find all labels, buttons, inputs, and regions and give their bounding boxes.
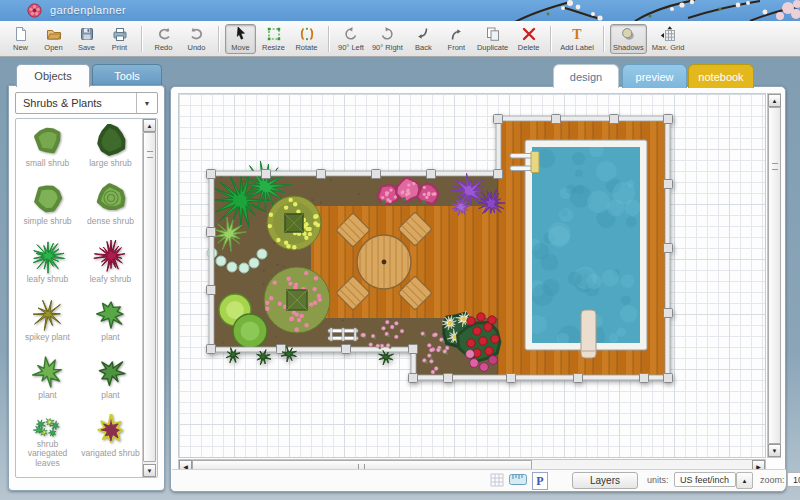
toolbar-separator — [328, 26, 329, 52]
toolbar-button-label: Move — [231, 43, 249, 52]
plant-item-plant[interactable]: plant — [79, 353, 142, 411]
delete-icon — [521, 26, 537, 42]
units-value: US feet/inch — [680, 475, 729, 485]
label-icon: T — [569, 26, 585, 42]
front-icon — [448, 26, 464, 42]
units-dropdown-arrow-icon[interactable]: ▲ — [736, 472, 753, 489]
plant-item-plant[interactable]: plant — [79, 295, 142, 353]
toolbar-button-front[interactable]: Front — [441, 24, 472, 54]
tab-preview[interactable]: preview — [622, 64, 687, 88]
toolbar-button-print[interactable]: Print — [104, 24, 135, 54]
burst_red-icon — [89, 240, 133, 274]
plant-item-leafy-shrub[interactable]: leafy shrub — [16, 237, 79, 295]
scroll-down-icon[interactable]: ▼ — [143, 464, 156, 477]
rotl-icon — [343, 26, 359, 42]
plant-item-label: simple shrub — [23, 217, 71, 227]
toolbar-button-rotate[interactable]: Rotate — [291, 24, 322, 54]
toolbar-button-resize[interactable]: Resize — [258, 24, 289, 54]
plant-item-small-shrub[interactable]: small shrub — [16, 121, 79, 179]
toolbar-button-label: Save — [78, 43, 95, 52]
tab-design[interactable]: design — [553, 64, 619, 88]
toolbar-button-delete[interactable]: Delete — [513, 24, 544, 54]
tab-notebook[interactable]: notebook — [688, 64, 754, 88]
app-logo-icon — [27, 3, 42, 18]
plant-item[interactable] — [79, 469, 142, 478]
rotr-icon — [379, 26, 395, 42]
toolbar-button-open[interactable]: Open — [38, 24, 69, 54]
toolbar-button-label: Shadows — [613, 43, 644, 52]
plant-item-varigated-shrub[interactable]: varigated shrub — [79, 411, 142, 469]
title-bar: gardenplanner — [0, 0, 800, 21]
plant-item-leafy-shrub[interactable]: leafy shrub — [79, 237, 142, 295]
plant-item-dense-shrub[interactable]: dense shrub — [79, 179, 142, 237]
toolbar-button-add-label[interactable]: TAdd Label — [557, 24, 597, 54]
toolbar-button-save[interactable]: Save — [71, 24, 102, 54]
canvas-vscroll-thumb[interactable] — [768, 107, 781, 444]
toolbar-button-max-grid[interactable]: Max. Grid — [649, 24, 688, 54]
toolbar-button-undo[interactable]: Undo — [181, 24, 212, 54]
plant-item-label: plant — [101, 391, 119, 401]
toolbar-button-label: Print — [112, 43, 127, 52]
redo-icon — [156, 26, 172, 42]
plant-list-scroll-thumb[interactable] — [143, 132, 156, 462]
chevron-down-icon[interactable]: ▼ — [136, 93, 157, 113]
toolbar-separator — [218, 26, 219, 52]
spikey-icon — [26, 298, 70, 332]
category-dropdown-value: Shrubs & Plants — [16, 97, 136, 109]
tab-objects[interactable]: Objects — [16, 64, 90, 87]
plant-item-spikey-plant[interactable]: spikey plant — [16, 295, 79, 353]
tuft_orange-icon — [26, 472, 70, 478]
toolbar-button-redo[interactable]: Redo — [148, 24, 179, 54]
scroll-down-icon[interactable]: ▼ — [768, 444, 781, 457]
toolbar-button-90-left[interactable]: 90° Left — [335, 24, 367, 54]
ruler-toggle-icon[interactable] — [509, 473, 527, 486]
app-title: gardenplanner — [50, 4, 126, 16]
grid-toggle-icon[interactable] — [490, 473, 504, 487]
zoom-dropdown[interactable]: 100% — [787, 472, 800, 487]
open-icon — [46, 26, 62, 42]
plant-item[interactable] — [16, 469, 79, 478]
objects-panel-body: Shrubs & Plants ▼ small shrublarge shrub… — [8, 85, 165, 491]
tuft_red-icon — [89, 472, 133, 478]
toolbar-button-label: Back — [415, 43, 432, 52]
undo-icon — [189, 26, 205, 42]
toolbar-button-new[interactable]: New — [5, 24, 36, 54]
units-dropdown[interactable]: US feet/inch — [674, 472, 736, 487]
layers-button[interactable]: Layers — [572, 472, 638, 489]
toolbar-button-label: 90° Right — [372, 43, 403, 52]
new-icon — [13, 26, 29, 42]
duplicate-icon — [485, 26, 501, 42]
toolbar-button-back[interactable]: Back — [408, 24, 439, 54]
plant-item-label: shrub variegated leaves — [16, 440, 79, 469]
category-dropdown[interactable]: Shrubs & Plants ▼ — [15, 92, 158, 114]
toolbar-separator — [550, 26, 551, 52]
scroll-up-icon[interactable]: ▲ — [768, 94, 781, 107]
tab-tools-label: Tools — [114, 70, 140, 82]
toolbar-button-shadows[interactable]: Shadows — [610, 24, 647, 54]
layers-button-label: Layers — [590, 475, 620, 486]
toolbar-button-duplicate[interactable]: Duplicate — [474, 24, 511, 54]
toolbar-button-label: 90° Left — [338, 43, 364, 52]
design-canvas[interactable] — [178, 93, 766, 458]
tab-tools[interactable]: Tools — [92, 64, 162, 87]
plant-item-plant[interactable]: plant — [16, 353, 79, 411]
plant-item-label: leafy shrub — [27, 275, 69, 285]
plant-list: small shrublarge shrubsimple shrubdense … — [15, 118, 158, 478]
plant-item-shrub-variegated-leaves[interactable]: shrub variegated leaves — [16, 411, 79, 469]
print-preview-toggle-icon[interactable]: P — [532, 472, 548, 490]
plant-list-scrollbar[interactable]: ▲ ▼ — [142, 119, 157, 477]
canvas-vscrollbar[interactable]: ▲ ▼ — [767, 93, 781, 458]
toolbar-button-label: Add Label — [560, 43, 594, 52]
plant-item-large-shrub[interactable]: large shrub — [79, 121, 142, 179]
toolbar-button-move[interactable]: Move — [225, 24, 256, 54]
plant-grid: small shrublarge shrubsimple shrubdense … — [16, 121, 142, 478]
toolbar-button-90-right[interactable]: 90° Right — [369, 24, 406, 54]
plant-item-label: plant — [101, 333, 119, 343]
desktop-wallpaper-blossoms — [420, 0, 800, 21]
units-label: units: — [647, 475, 669, 485]
plant-item-simple-shrub[interactable]: simple shrub — [16, 179, 79, 237]
back-icon — [415, 26, 431, 42]
scroll-up-icon[interactable]: ▲ — [143, 119, 156, 132]
varishrub-icon — [89, 414, 133, 448]
blob_dense-icon — [89, 182, 133, 216]
